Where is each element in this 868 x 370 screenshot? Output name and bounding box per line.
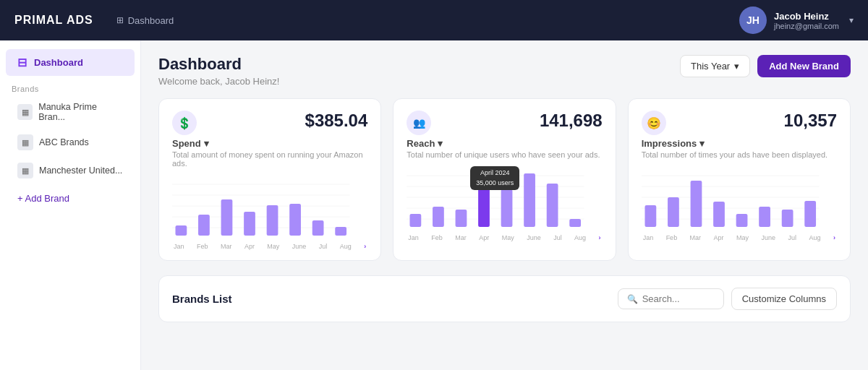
user-info: Jacob Heinz jheinz@gmail.com xyxy=(774,11,839,30)
search-box[interactable]: 🔍 xyxy=(618,288,724,309)
brands-list-section: Brands List 🔍 Customize Columns xyxy=(158,275,851,322)
spend-x-labels: JanFebMarAprMayJuneJulAug › xyxy=(172,243,367,250)
reach-value: 141,698 xyxy=(540,111,603,131)
spend-description: Total amount of money spent on running y… xyxy=(172,150,367,168)
sidebar-brand-manuka[interactable]: ▦ Manuka Prime Bran... xyxy=(6,96,135,128)
user-menu[interactable]: JH Jacob Heinz jheinz@gmail.com ▾ xyxy=(739,7,854,34)
user-email: jheinz@gmail.com xyxy=(774,22,839,30)
svg-rect-24 xyxy=(547,184,558,227)
spend-label: Spend ▾ xyxy=(172,138,367,149)
page-header: Dashboard Welcome back, Jacob Heinz! Thi… xyxy=(158,55,851,87)
brand-icon-manuka: ▦ xyxy=(17,104,33,120)
metric-card-reach: 👥 141,698 Reach ▾ Total number of unique… xyxy=(393,98,616,261)
customize-columns-button[interactable]: Customize Columns xyxy=(731,288,837,310)
top-navbar: PRIMAL ADS ⊞ Dashboard JH Jacob Heinz jh… xyxy=(0,0,868,40)
svg-rect-20 xyxy=(456,210,467,227)
dashboard-icon: ⊟ xyxy=(17,56,27,69)
sidebar-item-dashboard-label: Dashboard xyxy=(34,57,83,68)
svg-rect-18 xyxy=(410,214,422,227)
reach-description: Total number of unique users who have se… xyxy=(407,150,602,159)
brand-label-manchester: Manchester United... xyxy=(39,165,122,176)
metric-cards: 💲 $385.04 Spend ▾ Total amount of money … xyxy=(158,98,851,261)
breadcrumb-label: Dashboard xyxy=(128,15,174,26)
grid-icon: ⊞ xyxy=(116,15,124,25)
svg-rect-5 xyxy=(176,225,187,236)
sidebar-brand-manchester[interactable]: ▦ Manchester United... xyxy=(6,157,135,184)
spend-chevron-icon: ▾ xyxy=(204,138,209,149)
spend-chart: JanFebMarAprMayJuneJulAug › xyxy=(172,173,367,253)
svg-rect-32 xyxy=(668,197,679,227)
svg-rect-23 xyxy=(524,173,536,227)
impressions-label: Impressions ▾ xyxy=(642,138,837,149)
brand-icon-abc: ▦ xyxy=(17,134,33,150)
brand-icon-manchester: ▦ xyxy=(17,163,33,178)
svg-rect-7 xyxy=(221,199,233,236)
sidebar-brands-label: Brands xyxy=(0,77,140,96)
svg-rect-12 xyxy=(335,227,346,236)
reach-label: Reach ▾ xyxy=(407,138,602,149)
brand-label-manuka: Manuka Prime Bran... xyxy=(38,102,123,122)
year-filter-label: This Year xyxy=(691,61,730,72)
sidebar-brand-abc[interactable]: ▦ ABC Brands xyxy=(6,129,135,156)
search-input[interactable] xyxy=(642,293,715,304)
avatar: JH xyxy=(739,7,767,34)
add-brand-link-label: + Add Brand xyxy=(17,193,69,204)
app-logo: PRIMAL ADS xyxy=(14,14,93,27)
svg-rect-9 xyxy=(267,205,278,236)
svg-rect-25 xyxy=(570,219,582,227)
svg-rect-34 xyxy=(713,202,725,227)
svg-rect-21 xyxy=(478,182,490,227)
brands-list-header: Brands List 🔍 Customize Columns xyxy=(172,288,837,310)
svg-rect-22 xyxy=(501,189,513,227)
main-content: Dashboard Welcome back, Jacob Heinz! Thi… xyxy=(141,40,868,370)
user-name: Jacob Heinz xyxy=(774,11,839,22)
svg-rect-38 xyxy=(804,201,816,227)
year-filter-dropdown[interactable]: This Year ▾ xyxy=(680,55,750,77)
page-subtitle: Welcome back, Jacob Heinz! xyxy=(158,76,279,87)
impressions-chart: JanFebMarAprMayJuneJulAug › xyxy=(642,165,837,244)
spend-icon: 💲 xyxy=(172,111,197,135)
brands-list-actions: 🔍 Customize Columns xyxy=(618,288,837,310)
svg-rect-10 xyxy=(289,204,301,236)
breadcrumb: ⊞ Dashboard xyxy=(116,15,174,26)
impressions-x-labels: JanFebMarAprMayJuneJulAug › xyxy=(642,234,837,241)
search-icon: 🔍 xyxy=(627,294,638,304)
svg-rect-11 xyxy=(312,220,324,236)
svg-rect-6 xyxy=(198,215,210,236)
page-title: Dashboard xyxy=(158,55,279,74)
metric-card-spend: 💲 $385.04 Spend ▾ Total amount of money … xyxy=(158,98,381,261)
add-new-brand-button[interactable]: Add New Brand xyxy=(757,55,851,77)
reach-chevron-icon: ▾ xyxy=(438,138,443,149)
svg-rect-36 xyxy=(759,207,770,227)
svg-rect-19 xyxy=(433,207,444,227)
svg-rect-35 xyxy=(736,214,747,227)
header-actions: This Year ▾ Add New Brand xyxy=(680,55,851,77)
sidebar-item-dashboard[interactable]: ⊟ Dashboard xyxy=(6,49,135,76)
svg-rect-8 xyxy=(244,212,255,236)
reach-chart: April 2024 35,000 users xyxy=(407,165,602,244)
impressions-icon: 😊 xyxy=(642,111,666,135)
chevron-down-icon: ▾ xyxy=(734,61,739,72)
impressions-value: 10,357 xyxy=(784,111,837,131)
svg-rect-37 xyxy=(781,210,793,227)
chevron-down-icon[interactable]: ▾ xyxy=(849,15,854,25)
brands-list-title: Brands List xyxy=(172,293,232,305)
reach-x-labels: JanFebMarAprMayJuneJulAug › xyxy=(407,234,602,241)
brand-label-abc: ABC Brands xyxy=(39,137,89,147)
reach-icon: 👥 xyxy=(407,111,431,135)
page-title-group: Dashboard Welcome back, Jacob Heinz! xyxy=(158,55,279,87)
sidebar: ⊟ Dashboard Brands ▦ Manuka Prime Bran..… xyxy=(0,40,141,370)
spend-value: $385.04 xyxy=(305,111,368,131)
add-brand-link[interactable]: + Add Brand xyxy=(6,187,135,210)
impressions-chevron-icon: ▾ xyxy=(699,138,705,149)
metric-card-impressions: 😊 10,357 Impressions ▾ Total number of t… xyxy=(628,98,851,261)
svg-rect-33 xyxy=(690,181,702,227)
impressions-description: Total number of times your ads have been… xyxy=(642,150,837,159)
svg-rect-31 xyxy=(644,205,656,227)
